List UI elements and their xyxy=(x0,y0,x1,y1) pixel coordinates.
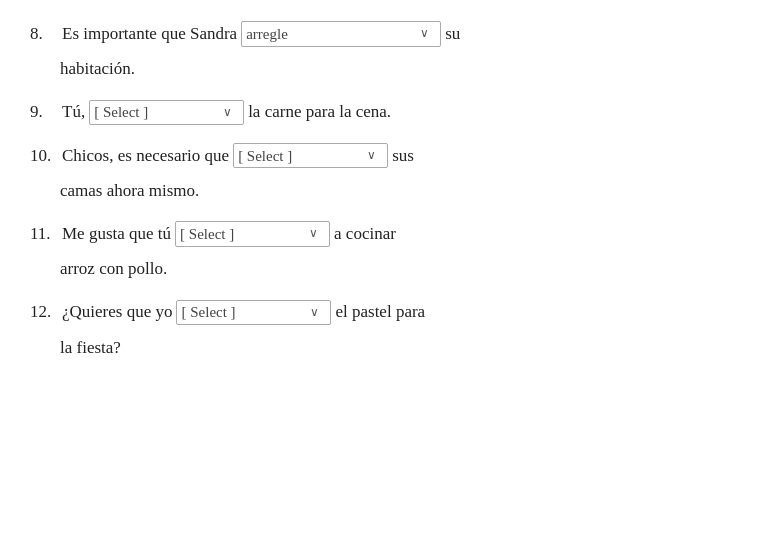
item-number: 9. xyxy=(30,98,58,125)
select-3-1[interactable]: [ Select ]aprendasaprendeaprendaaprender xyxy=(180,226,325,242)
item-text-0: ¿Quieres que yo xyxy=(62,298,172,325)
select-wrapper-0-1: [ Select ]arreglearreglenarreglasarregla… xyxy=(241,21,441,46)
item-number: 8. xyxy=(30,20,58,47)
select-wrapper-2-1: [ Select ]haganhagahaceshace∨ xyxy=(233,143,388,168)
select-wrapper-3-1: [ Select ]aprendasaprendeaprendaaprender… xyxy=(175,221,330,246)
select-0-1[interactable]: [ Select ]arreglearreglenarreglasarregla xyxy=(246,26,436,42)
exercise-item: 10.Chicos, es necesario que[ Select ]hag… xyxy=(30,142,729,204)
item-text-0: Me gusta que tú xyxy=(62,220,171,247)
continuation-text: habitación. xyxy=(30,55,729,82)
item-text-0: Chicos, es necesario que xyxy=(62,142,229,169)
item-text-2: a cocinar xyxy=(334,220,396,247)
continuation-text: camas ahora mismo. xyxy=(30,177,729,204)
select-2-1[interactable]: [ Select ]haganhagahaceshace xyxy=(238,148,383,164)
item-number: 10. xyxy=(30,142,58,169)
exercise-item: 12.¿Quieres que yo[ Select ]hagahagohaga… xyxy=(30,298,729,360)
spacer xyxy=(30,371,729,377)
item-text-2: la carne para la cena. xyxy=(248,98,391,125)
item-text-0: Tú, xyxy=(62,98,85,125)
item-text-2: su xyxy=(445,20,460,47)
item-number: 12. xyxy=(30,298,58,325)
continuation-text: arroz con pollo. xyxy=(30,255,729,282)
item-text-2: sus xyxy=(392,142,414,169)
select-wrapper-4-1: [ Select ]hagahagohagashacer∨ xyxy=(176,300,331,325)
item-text-0: Es importante que Sandra xyxy=(62,20,237,47)
item-number: 11. xyxy=(30,220,58,247)
exercise-item: 8.Es importante que Sandra[ Select ]arre… xyxy=(30,20,729,82)
item-text-2: el pastel para xyxy=(335,298,425,325)
select-4-1[interactable]: [ Select ]hagahagohagashacer xyxy=(181,304,326,320)
exercise-item: 11.Me gusta que tú[ Select ]aprendasapre… xyxy=(30,220,729,282)
continuation-text: la fiesta? xyxy=(30,334,729,361)
select-1-1[interactable]: [ Select ]cocinescocinacocinascocine xyxy=(94,104,239,120)
exercise-list: 8.Es importante que Sandra[ Select ]arre… xyxy=(30,20,729,377)
exercise-item: 9.Tú,[ Select ]cocinescocinacocinascocin… xyxy=(30,98,729,125)
select-wrapper-1-1: [ Select ]cocinescocinacocinascocine∨ xyxy=(89,100,244,125)
